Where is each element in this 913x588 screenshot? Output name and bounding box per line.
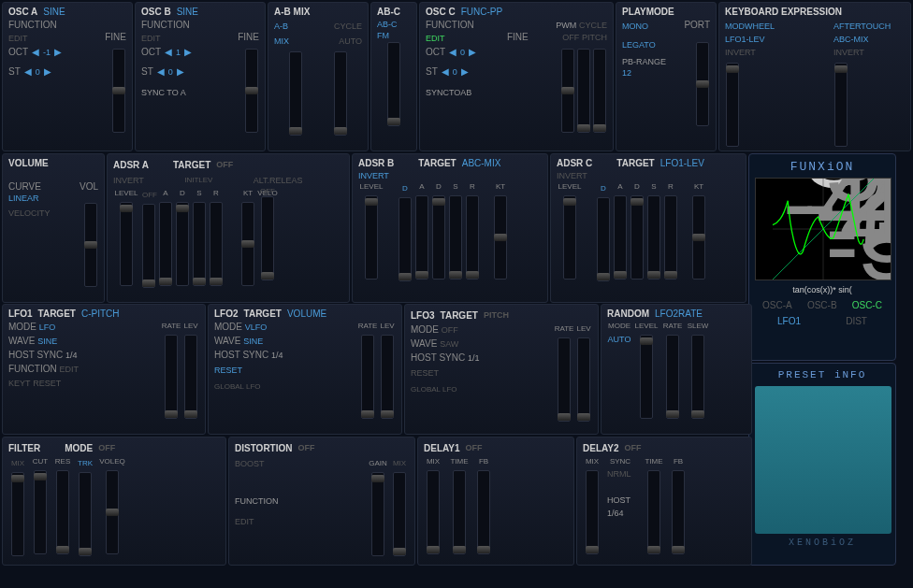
tab-osc-c[interactable]: OSC-C	[852, 300, 882, 310]
adsr-a-panel: ADSR A TARGET OFF INVERT INITLEV ALT.REL…	[107, 153, 350, 303]
tab-osc-a[interactable]: OSC-A	[762, 300, 792, 310]
lfo1-rate[interactable]	[165, 335, 178, 419]
osc-c-cycle-slider[interactable]	[593, 49, 606, 133]
delay1-panel: DELAY1 OFF MIX TIME FB	[417, 437, 574, 566]
tab-dist[interactable]: DIST	[846, 316, 867, 326]
abc-panel: AB-C AB-C FM	[370, 2, 417, 151]
abc-fm-slider[interactable]	[387, 42, 400, 126]
oct-up-icon[interactable]: ▶	[54, 47, 62, 57]
osc-c-fine-slider[interactable]	[561, 49, 574, 133]
vol-slider[interactable]	[84, 203, 97, 287]
preset-panel: PRESET iNFO XENOBiOZ	[748, 363, 896, 566]
funxion-panel: FUNXiON OSC C FUNCTION -4-2 24 3-3 51 -5…	[748, 153, 896, 361]
preset-display[interactable]	[755, 386, 891, 534]
st-up-icon[interactable]: ▶	[44, 66, 51, 77]
brand-logo: XENOBiOZ	[755, 538, 890, 548]
filter-panel: FILTER MODE OFF MIX CUT RES TRK VOLEQ	[2, 437, 226, 566]
tab-osc-b[interactable]: OSC-B	[807, 300, 837, 310]
osc-b-panel: OSC B SINE FUNCTION EDITFINE OCT ◀ 1 ▶ S…	[135, 2, 266, 151]
tab-lfo1[interactable]: LFO1	[777, 316, 801, 326]
port-slider[interactable]	[696, 42, 709, 126]
adsr-a-level[interactable]	[120, 202, 133, 286]
oct-down-icon[interactable]: ◀	[32, 47, 39, 57]
lfo1-panel: LFO1 TARGET C-PITCH MODE LFO WAVE SINE H…	[2, 304, 206, 435]
oscilloscope: OSC C FUNCTION -4-2 24 3-3 51 -5-1	[755, 178, 891, 280]
delay2-panel: DELAY2 OFF MIX SYNC NRML HOST 1/64 TIME …	[576, 437, 752, 566]
osc-a-fine-slider[interactable]	[112, 49, 125, 133]
distortion-panel: DISTORTION OFF BOOST FUNCTION EDIT GAIN …	[228, 437, 415, 566]
osc-c-pwm-slider[interactable]	[577, 49, 590, 133]
playmode-panel: PLAYMODE MONOPORT LEGATO PB-RANGE 12	[616, 2, 717, 151]
adsr-b-panel: ADSR B TARGET ABC-MIX INVERT LEVEL D A D…	[352, 153, 548, 303]
ab-cycle-slider[interactable]	[334, 51, 347, 136]
osc-c-panel: OSC C FUNC-PP FUNCTIONPWM CYCLE EDIT FIN…	[419, 2, 614, 151]
svg-text:-1: -1	[825, 178, 891, 263]
adsr-a-attack[interactable]	[159, 202, 172, 286]
osc-b-fine-slider[interactable]	[245, 49, 258, 133]
kbd-expression-panel: KEYBOARD EXPRESSION MODWHEEL LFO1-LEV IN…	[718, 2, 911, 151]
ab-mix-panel: A-B MIX A-BCYCLE MIXAUTO	[268, 2, 369, 151]
modwheel-slider[interactable]	[726, 63, 739, 147]
osc-a-title: OSC A SINE	[8, 7, 126, 17]
lfo3-panel: LFO3 TARGET PITCH MODE OFF WAVE SAW HOST…	[404, 304, 599, 435]
adsr-c-panel: ADSR C TARGET LFO1-LEV INVERT LEVEL D A …	[550, 153, 746, 303]
aftertouch-slider[interactable]	[834, 63, 848, 147]
lfo1-lev[interactable]	[184, 335, 197, 419]
lfo2-panel: LFO2 TARGET VOLUME MODE VLFO WAVE SINE H…	[208, 304, 402, 435]
volume-panel: VOLUME CURVEVOL LINEAR VELOCITY	[2, 153, 105, 303]
st-down-icon[interactable]: ◀	[24, 66, 32, 77]
random-panel: RANDOM LFO2RATE MODEAUTO LEVEL RATE SLEW	[601, 304, 752, 435]
osc-a-panel: OSC A SINE FUNCTION EDITFINE OCT ◀ -1 ▶ …	[2, 2, 133, 151]
ab-mix-slider[interactable]	[289, 51, 302, 136]
